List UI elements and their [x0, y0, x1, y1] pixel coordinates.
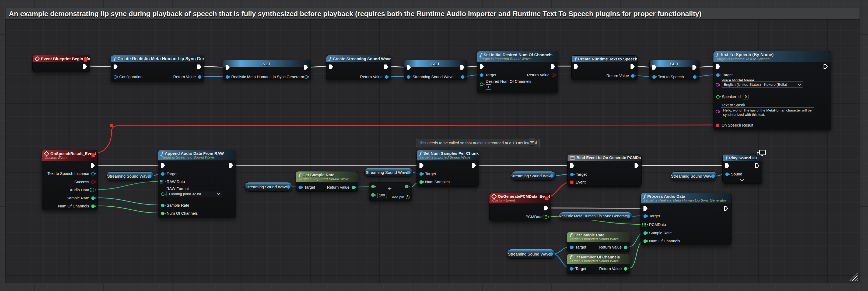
- add-pin-button[interactable]: Add pin: [392, 195, 409, 199]
- exec-out-pin[interactable]: [551, 64, 555, 69]
- variable-in-pin[interactable]: [652, 75, 656, 79]
- variable-out-pin[interactable]: [627, 214, 630, 218]
- variable-out-pin[interactable]: [711, 174, 715, 178]
- node-bind-event-to-on-generate-pcmdata[interactable]: Bind Event to On Generate PCMData Target…: [567, 154, 642, 187]
- exec-in-pin[interactable]: [570, 163, 574, 168]
- exec-out-pin[interactable]: [824, 64, 828, 69]
- expand-node-chevron-icon[interactable]: [740, 177, 744, 182]
- target-pin[interactable]: [644, 214, 647, 218]
- num-samples-pin[interactable]: [420, 180, 423, 184]
- getter-streaming-sound-wave[interactable]: Streaming Sound Wave: [511, 171, 556, 181]
- exec-out-pin[interactable]: [197, 65, 202, 69]
- divide-input-a-pin[interactable]: [371, 185, 375, 188]
- return-value-pin[interactable]: [352, 186, 355, 189]
- node-ongeneratepcmdata-event[interactable]: OnGeneratePCMData_Event Custom Event PCM…: [489, 193, 551, 221]
- target-pin[interactable]: [570, 267, 573, 270]
- variable-out-pin[interactable]: [148, 174, 152, 178]
- exec-in-pin[interactable]: [329, 65, 333, 69]
- delegate-square-pin[interactable]: [545, 196, 549, 201]
- node-event-begin-play[interactable]: Event Blueprint Begin Play: [32, 55, 90, 72]
- blueprint-graph-canvas[interactable]: An example demonstrating lip sync during…: [0, 0, 868, 291]
- divide-input-b-pin[interactable]: [371, 193, 375, 197]
- success-pin[interactable]: [91, 180, 95, 184]
- exec-in-pin[interactable]: [161, 163, 165, 168]
- exec-out-pin[interactable]: [91, 163, 95, 168]
- exec-in-pin[interactable]: [644, 206, 648, 211]
- text-to-speak-pin[interactable]: [716, 110, 719, 113]
- exec-out-pin[interactable]: [724, 206, 728, 211]
- exec-out-pin[interactable]: [83, 64, 87, 69]
- target-pin[interactable]: [480, 73, 483, 77]
- variable-out-pin[interactable]: [287, 185, 290, 189]
- node-set-text-to-speech[interactable]: SET Text to Speech: [649, 60, 700, 80]
- num-channels-pin[interactable]: [91, 205, 95, 208]
- variable-out-pin[interactable]: [407, 171, 410, 174]
- divide-b-input[interactable]: 100: [377, 193, 387, 198]
- node-get-number-of-channels[interactable]: Get Number Of Channels Target is Importe…: [567, 254, 630, 274]
- variable-out-pin[interactable]: [461, 75, 464, 79]
- exec-out-pin[interactable]: [755, 163, 759, 168]
- num-channels-pin[interactable]: [644, 240, 647, 243]
- audio-data-pin[interactable]: [91, 188, 95, 192]
- exec-in-pin[interactable]: [574, 64, 578, 69]
- getter-streaming-sound-wave[interactable]: Streaming Sound Wave: [671, 172, 717, 181]
- exec-out-pin[interactable]: [229, 163, 233, 168]
- pcmdata-pin[interactable]: [644, 223, 647, 226]
- tts-instance-pin[interactable]: [91, 172, 95, 176]
- node-text-to-speech-by-name[interactable]: Text To Speech (By Name) Target is Runti…: [713, 51, 831, 130]
- variable-out-pin[interactable]: [550, 252, 553, 256]
- desired-num-channels-input[interactable]: 1: [486, 84, 491, 90]
- sample-rate-pin[interactable]: [644, 231, 647, 235]
- getter-streaming-sound-wave[interactable]: Streaming Sound Wave: [244, 182, 292, 191]
- variable-out-pin[interactable]: [550, 174, 554, 178]
- getter-streaming-sound-wave[interactable]: Streaming Sound Wave: [106, 172, 154, 181]
- bubble-pin-icon[interactable]: [529, 138, 535, 146]
- return-value-pin[interactable]: [552, 73, 555, 77]
- delegate-square-pin[interactable]: [91, 153, 95, 157]
- event-pin[interactable]: [570, 181, 574, 184]
- exec-in-pin[interactable]: [114, 65, 118, 69]
- configuration-pin[interactable]: [114, 75, 117, 79]
- raw-format-dropdown[interactable]: Floating point 32-bit: [166, 191, 222, 197]
- target-pin[interactable]: [716, 73, 720, 77]
- speaker-id-input[interactable]: 0: [743, 94, 748, 100]
- node-process-audio-data[interactable]: Process Audio Data Target is Realistic M…: [641, 193, 732, 245]
- target-pin[interactable]: [161, 172, 164, 176]
- variable-in-pin[interactable]: [407, 75, 410, 79]
- exec-out-pin[interactable]: [472, 163, 476, 168]
- desired-num-channels-pin[interactable]: [480, 82, 483, 86]
- variable-out-pin[interactable]: [305, 75, 308, 79]
- node-create-runtime-tts[interactable]: Create Runtime Text to Speech Return Val…: [571, 56, 638, 80]
- getter-streaming-sound-wave[interactable]: Streaming Sound Wave: [364, 168, 413, 177]
- exec-out-pin[interactable]: [384, 65, 388, 69]
- target-pin[interactable]: [570, 173, 574, 176]
- return-value-pin[interactable]: [631, 74, 634, 78]
- node-set-streaming-sound-wave[interactable]: SET Streaming Sound Wave: [404, 60, 467, 80]
- pcmdata-pin[interactable]: [545, 215, 548, 219]
- node-play-sound-2d[interactable]: Play Sound 2D Sound: [722, 154, 762, 184]
- exec-in-pin[interactable]: [420, 163, 424, 168]
- node-create-streaming-sound-wave[interactable]: Create Streaming Sound Wave Return Value: [326, 55, 391, 80]
- target-pin[interactable]: [420, 172, 423, 176]
- target-pin[interactable]: [299, 186, 302, 189]
- divide-output-pin[interactable]: [405, 185, 408, 188]
- node-onspeechresult-event[interactable]: OnSpeechResult_Event Custom Event Text t…: [42, 150, 98, 210]
- exec-out-pin[interactable]: [630, 64, 634, 69]
- text-to-speak-input[interactable]: Hello, world! The lips of the MetaHuman …: [721, 107, 814, 118]
- voice-model-name-pin[interactable]: [716, 83, 719, 86]
- voice-model-dropdown[interactable]: English (United States) - Kokoro (Bella): [721, 81, 803, 87]
- node-divide[interactable]: 100 ÷ Add pin: [369, 182, 412, 201]
- node-get-sample-rate-bottom[interactable]: Get Sample Rate Target is Imported Sound…: [567, 232, 630, 252]
- sample-rate-pin[interactable]: [161, 204, 164, 207]
- variable-in-pin[interactable]: [226, 75, 229, 79]
- node-comment-bubble[interactable]: This needs to be called so that audio is…: [416, 139, 540, 147]
- node-get-sample-rate[interactable]: Get Sample Rate Target is Imported Sound…: [296, 171, 358, 191]
- exec-in-pin[interactable]: [725, 163, 730, 168]
- return-value-pin[interactable]: [198, 75, 202, 79]
- sample-rate-pin[interactable]: [91, 196, 95, 200]
- exec-in-pin[interactable]: [480, 64, 484, 69]
- node-append-audio-data-from-raw[interactable]: Append Audio Data From RAW Target is Str…: [158, 150, 236, 218]
- speaker-id-pin[interactable]: [716, 95, 720, 99]
- node-set-realistic-generator[interactable]: SET Realistic Meta Human Lip Sync Genera…: [223, 60, 311, 80]
- exec-out-pin[interactable]: [544, 206, 548, 210]
